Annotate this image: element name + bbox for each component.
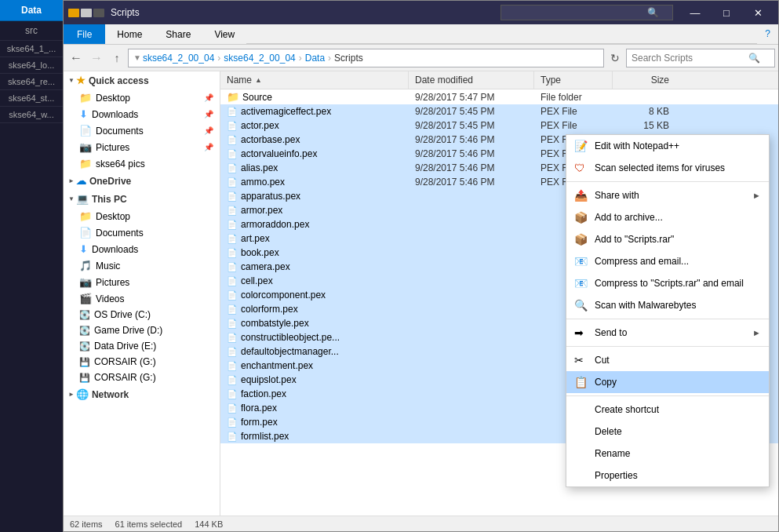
pex-file-icon: 📄 — [227, 276, 238, 286]
documents-folder-icon: 📄 — [79, 125, 92, 137]
context-menu-add-rar[interactable]: 📦 Add to "Scripts.rar" — [566, 228, 769, 250]
pictures-folder-icon: 📷 — [79, 141, 92, 153]
pex-file-icon: 📄 — [227, 290, 238, 301]
file-list-header: Name ▲ Date modified Type Size — [220, 71, 778, 89]
context-menu-compress-rar-email[interactable]: 📧 Compress to "Scripts.rar" and email — [566, 272, 769, 294]
tab-home[interactable]: Home — [105, 24, 154, 44]
sidebar-item-gdrive2[interactable]: 💾 CORSAIR (G:) — [64, 370, 220, 385]
context-menu-send-to[interactable]: ➡ Send to ► — [566, 322, 769, 344]
minimize-button[interactable]: — — [679, 3, 711, 22]
refresh-button[interactable]: ↻ — [606, 49, 624, 67]
sidebar-item-ddrive[interactable]: 💽 Game Drive (D:) — [64, 322, 220, 338]
sendto-icon: ➡ — [574, 326, 590, 339]
sidebar-item-gdrive1[interactable]: 💾 CORSAIR (G:) — [64, 354, 220, 370]
cdrive-icon: 💽 — [79, 310, 90, 320]
sidebar-item-downloads-quick[interactable]: ⬇ Downloads 📌 — [64, 106, 220, 122]
context-menu-malwarebytes[interactable]: 🔍 Scan with Malwarebytes — [566, 294, 769, 316]
thispc-header[interactable]: ▼ 💻 This PC — [64, 190, 220, 208]
close-button[interactable]: ✕ — [742, 3, 774, 22]
forward-button[interactable]: → — [87, 49, 106, 67]
sidebar-item-desktop-quick[interactable]: 📁 Desktop 📌 — [64, 89, 220, 106]
left-nav-data[interactable]: Data — [0, 0, 63, 21]
file-list-area: Name ▲ Date modified Type Size — [220, 71, 778, 516]
left-nav-folder1[interactable]: skse64_1_... — [0, 41, 63, 57]
network-header[interactable]: ► 🌐 Network — [64, 385, 220, 403]
table-row[interactable]: 📄 activemagiceffect.pex 9/28/2017 5:45 P… — [220, 104, 778, 118]
pex-file-icon: 📄 — [227, 389, 238, 399]
skse64-folder-icon: 📁 — [79, 158, 92, 169]
path-part1: skse64_2_00_04 — [143, 53, 214, 64]
left-nav-folder5[interactable]: skse64_w... — [0, 107, 63, 123]
pex-file-icon: 📄 — [227, 375, 238, 385]
sidebar-item-skse64pics[interactable]: 📁 skse64 pics — [64, 155, 220, 172]
delete-icon: · — [574, 425, 590, 438]
header-name[interactable]: Name ▲ — [220, 71, 409, 89]
left-nav-folder2[interactable]: skse64_lo... — [0, 57, 63, 74]
back-button[interactable]: ← — [67, 49, 86, 67]
table-row[interactable]: 📁 Source 9/28/2017 5:47 PM File folder — [220, 89, 778, 104]
tab-view[interactable]: View — [202, 24, 246, 44]
left-nav-folder4[interactable]: skse64_st... — [0, 90, 63, 107]
onedrive-icon: ☁ — [76, 175, 86, 187]
context-menu-add-archive[interactable]: 📦 Add to archive... — [566, 206, 769, 228]
search-icon: 🔍 — [748, 53, 760, 64]
context-menu-share-with[interactable]: 📤 Share with ► — [566, 184, 769, 206]
up-button[interactable]: ↑ — [107, 49, 126, 67]
archive-icon: 📦 — [574, 211, 590, 224]
sidebar-item-documents-quick[interactable]: 📄 Documents 📌 — [64, 122, 220, 139]
context-menu-delete[interactable]: · Delete — [566, 421, 769, 443]
sidebar-item-desktop-pc[interactable]: 📁 Desktop — [64, 208, 220, 224]
tab-share[interactable]: Share — [154, 24, 202, 44]
pex-file-icon: 📄 — [227, 304, 238, 315]
context-item-label: Add to "Scripts.rar" — [595, 234, 674, 245]
context-item-label: Compress to "Scripts.rar" and email — [595, 278, 744, 289]
left-nav-src[interactable]: src — [0, 21, 63, 41]
explorer-sidebar: ▼ ★ Quick access 📁 Desktop 📌 ⬇ Downloads… — [64, 71, 220, 516]
sidebar-item-documents-pc[interactable]: 📄 Documents — [64, 224, 220, 241]
pex-file-icon: 📄 — [227, 432, 238, 442]
sidebar-item-music-pc[interactable]: 🎵 Music — [64, 257, 220, 274]
desktop-icon-pc: 📁 — [79, 210, 92, 222]
sidebar-item-pictures-quick[interactable]: 📷 Pictures 📌 — [64, 139, 220, 155]
sidebar-item-downloads-pc[interactable]: ⬇ Downloads — [64, 241, 220, 257]
quick-access-header[interactable]: ▼ ★ Quick access — [64, 71, 220, 89]
title-search-input[interactable] — [506, 8, 647, 17]
context-menu-cut[interactable]: ✂ Cut — [566, 349, 769, 371]
context-item-label: Scan with Malwarebytes — [595, 300, 696, 311]
pex-file-icon: 📄 — [227, 107, 238, 117]
collapse-arrow-pc: ▼ — [68, 195, 75, 202]
address-path[interactable]: ▼ skse64_2_00_04 › skse64_2_00_04 › Data… — [128, 49, 604, 67]
pex-file-icon: 📄 — [227, 177, 238, 188]
malware-icon: 🔍 — [574, 299, 590, 312]
context-menu-create-shortcut[interactable]: · Create shortcut — [566, 399, 769, 421]
maximize-button[interactable]: □ — [711, 3, 742, 22]
context-item-label: Delete — [595, 426, 622, 437]
sidebar-item-pictures-pc[interactable]: 📷 Pictures — [64, 274, 220, 290]
onedrive-header[interactable]: ► ☁ OneDrive — [64, 172, 220, 190]
left-nav-folder3[interactable]: skse64_re... — [0, 74, 63, 90]
context-item-label: Rename — [595, 448, 630, 459]
context-menu-copy[interactable]: 📋 Copy — [566, 371, 769, 393]
context-menu-edit-notepad[interactable]: 📝 Edit with Notepad++ — [566, 135, 769, 157]
search-input[interactable] — [632, 53, 745, 64]
header-type[interactable]: Type — [534, 71, 613, 89]
sidebar-item-videos-pc[interactable]: 🎬 Videos — [64, 290, 220, 307]
edrive-icon: 💽 — [79, 341, 90, 352]
help-button[interactable]: ? — [757, 24, 778, 44]
context-menu-compress-email[interactable]: 📧 Compress and email... — [566, 250, 769, 272]
header-size[interactable]: Size — [613, 71, 675, 89]
tab-file[interactable]: File — [64, 24, 105, 44]
context-menu-properties[interactable]: · Properties — [566, 465, 769, 486]
compress2-icon: 📧 — [574, 277, 590, 290]
sidebar-item-edrive[interactable]: 💽 Data Drive (E:) — [64, 338, 220, 354]
context-item-label: Send to — [595, 327, 752, 338]
context-item-label: Cut — [595, 355, 610, 366]
onedrive-label: OneDrive — [89, 176, 131, 187]
table-row[interactable]: 📄 actor.pex 9/28/2017 5:45 PM PEX File 1… — [220, 118, 778, 133]
sidebar-item-cdrive[interactable]: 💽 OS Drive (C:) — [64, 307, 220, 322]
pex-file-icon: 📄 — [227, 361, 238, 371]
context-menu-scan-virus[interactable]: 🛡 Scan selected items for viruses — [566, 157, 769, 179]
context-item-label: Copy — [595, 377, 617, 388]
header-date[interactable]: Date modified — [409, 71, 534, 89]
context-menu-rename[interactable]: · Rename — [566, 443, 769, 465]
